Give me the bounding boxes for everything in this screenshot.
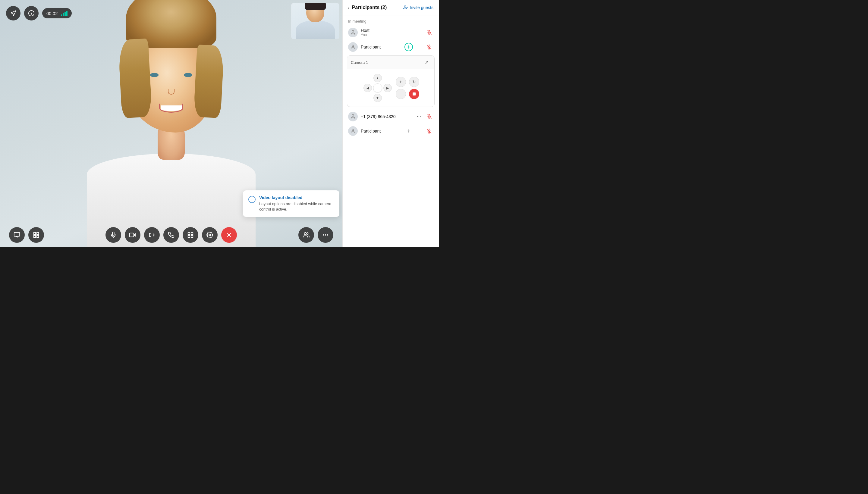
toolbar-center [106,227,237,243]
user-icon-phone [350,114,356,119]
svg-point-51 [420,131,421,131]
participant-list: Host You [343,25,439,247]
thumbnail-bg [292,3,339,39]
audio-button[interactable] [163,227,179,243]
svg-marker-10 [134,233,136,236]
camera-expand-button[interactable]: ↗ [422,58,431,66]
ptz-down-button[interactable]: ▼ [373,94,382,102]
person-eye-right [184,73,192,77]
zoom-minus-button[interactable]: − [396,89,406,99]
person-hair-right [193,44,224,118]
svg-rect-11 [130,233,134,237]
bottom-toolbar [0,223,343,247]
signal-bar-1 [61,15,62,16]
phone-number: +1 (379) 865-4320 [361,114,412,119]
action-column: ↻ [409,77,419,99]
top-controls: 00:02 [6,6,72,20]
svg-point-40 [352,114,354,116]
svg-point-22 [325,235,326,235]
camera-control-button-p1[interactable] [404,43,413,51]
user-icon-host [350,30,356,35]
right-panel: › Participants (2) Invite guests In meet… [343,0,439,247]
mic-muted-icon-host [427,30,431,35]
camera-card-header: Camera 1 ↗ [347,56,434,69]
self-thumbnail [291,3,339,39]
more-dots-icon-p2 [417,129,421,133]
toolbar-right [298,227,333,243]
phone-actions [415,112,433,121]
toast-title: Video layout disabled [259,195,334,200]
ptz-up-button[interactable]: ▲ [373,74,382,82]
participant-item-host: Host You [343,25,439,40]
svg-rect-6 [34,235,36,238]
svg-point-34 [419,47,419,47]
info-button[interactable] [24,6,39,20]
svg-rect-5 [37,232,39,234]
mic-icon [110,232,117,238]
mic-muted-icon-phone [427,114,431,119]
mute-button-p1[interactable] [425,43,433,51]
toast-content: Video layout disabled Layout options are… [259,195,334,212]
mute-button[interactable] [106,227,121,243]
ptz-pad: ▲ ▼ ◀ ▶ [363,73,393,103]
participant-item-2: Participant [343,124,439,138]
signal-bar-3 [64,12,66,16]
mute-button-phone[interactable] [425,112,433,121]
host-mute-button[interactable] [425,28,433,37]
avatar-participant-1 [348,42,358,52]
end-call-icon [226,232,233,238]
layout-button[interactable] [28,227,44,243]
layout-icon [33,232,39,238]
ptz-center [373,83,382,93]
toast-info-icon: i [248,196,256,203]
camera-controls-body: ▲ ▼ ◀ ▶ + − ↻ [347,69,434,107]
svg-point-27 [352,31,354,32]
settings-button[interactable] [202,227,218,243]
participant-2-name: Participant [361,129,402,133]
toolbar-left [9,227,44,243]
camera-control-button-p2[interactable] [404,127,413,135]
thumb-hair [305,3,326,10]
timer-badge: 00:02 [42,8,72,18]
toast-body: Layout options are disabled while camera… [259,201,334,212]
ptz-right-button[interactable]: ▶ [383,84,392,92]
megaphone-button[interactable] [6,6,20,20]
invite-icon [403,5,408,10]
screen-share-button[interactable] [9,227,25,243]
grid-button[interactable] [183,227,198,243]
user-icon-p2 [350,128,356,134]
invite-guests-button[interactable]: Invite guests [403,5,433,10]
grid-icon [187,232,194,238]
signal-bar-4 [66,11,68,16]
svg-rect-14 [191,232,193,234]
camera-stop-button[interactable] [409,89,419,99]
participant-1-actions [404,43,433,51]
svg-point-33 [417,47,418,47]
panel-header-left: › Participants (2) [348,5,387,10]
svg-rect-4 [34,232,36,234]
end-call-button[interactable] [221,227,237,243]
camera-refresh-button[interactable]: ↻ [409,77,419,87]
svg-point-50 [419,131,419,131]
svg-point-49 [417,131,418,131]
person-mouth [159,103,183,113]
mute-button-p2[interactable] [425,127,433,135]
more-icon [322,232,329,238]
toast-notification: i Video layout disabled Layout options a… [243,190,339,217]
ptz-left-button[interactable]: ◀ [364,84,372,92]
camera-button[interactable] [125,227,141,243]
participants-button[interactable] [298,227,314,243]
person-hair-left [118,39,152,118]
avatar-participant-2 [348,126,358,136]
more-options-button-p2[interactable] [415,127,423,135]
more-button[interactable] [318,227,333,243]
camera-card-label: Camera 1 [351,60,368,65]
svg-point-41 [417,116,418,117]
more-options-button-phone[interactable] [415,112,423,121]
zoom-plus-button[interactable]: + [396,77,406,87]
more-options-button-p1[interactable] [415,43,423,51]
share-button[interactable] [144,227,160,243]
settings-icon [206,232,213,238]
screen-share-icon [14,232,20,238]
chevron-right-icon: › [348,5,350,10]
